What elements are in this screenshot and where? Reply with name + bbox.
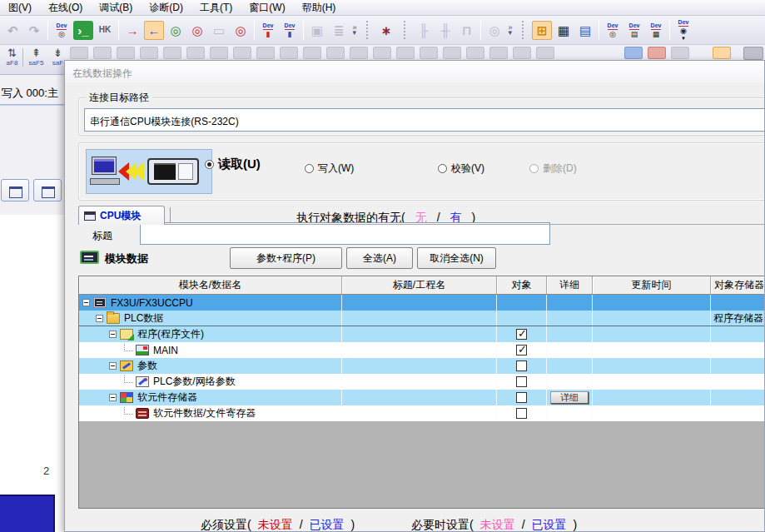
row-label: MAIN	[153, 345, 178, 356]
detail-button[interactable]: 详细	[550, 391, 589, 404]
table-row-program[interactable]: 程序(程序文件)	[79, 326, 765, 342]
partially-hidden-toolbar-icon	[350, 47, 368, 59]
tree-expander-icon[interactable]	[96, 315, 103, 322]
title-input[interactable]	[140, 222, 550, 245]
menu-debug[interactable]: 调试(B)	[91, 0, 141, 17]
column-header[interactable]: 模块名/数据名	[79, 276, 342, 294]
device-monitor-stop-icon[interactable]: Dev▮	[280, 21, 300, 40]
ladder-symbol-saf5-button[interactable]: ⇞saF5	[26, 47, 47, 72]
find-ladder-icon: ◎	[484, 21, 504, 40]
detail-cell	[547, 326, 593, 342]
tree-expander-icon[interactable]	[109, 394, 117, 401]
row-label: FX3U/FX3UCCPU	[111, 297, 193, 309]
device-entry-monitor-icon[interactable]: Dev▤	[624, 21, 644, 40]
title-project-cell	[342, 405, 497, 421]
select-all-button[interactable]: 全选(A)	[346, 247, 413, 269]
target-checkbox[interactable]	[516, 392, 527, 403]
device-monitor-start-icon[interactable]: Dev▮	[258, 21, 278, 40]
ladder-cursor[interactable]	[0, 495, 55, 532]
target-checkbox[interactable]	[516, 376, 527, 387]
cpu-module-icon	[84, 211, 96, 221]
radio-dot	[205, 160, 214, 169]
module-data-table[interactable]: 模块名/数据名标题/工程名对象详细更新时间对象存储器 FX3U/FX3UCCPU…	[78, 276, 765, 509]
write-radio[interactable]: 写入(W)	[305, 162, 354, 176]
device-block-monitor-icon[interactable]: Dev▦	[646, 21, 666, 40]
read-from-plc-icon[interactable]: ←	[144, 21, 164, 40]
storage-cell	[711, 358, 765, 374]
partially-hidden-toolbar-icon	[489, 47, 508, 59]
column-header[interactable]: 标题/工程名	[342, 276, 497, 294]
program-check-icon[interactable]: ∗	[376, 21, 396, 40]
menu-window[interactable]: 窗口(W)	[241, 0, 293, 17]
column-header[interactable]: 对象存储器	[711, 276, 765, 294]
target-cell	[497, 374, 547, 390]
target-checkbox[interactable]	[516, 329, 527, 340]
row-label: 软元件数据/文件寄存器	[153, 406, 256, 420]
table-row-device-data[interactable]: 软元件数据/文件寄存器	[79, 405, 765, 421]
devmem-icon	[120, 392, 133, 403]
column-header[interactable]: 更新时间	[593, 276, 711, 294]
toolbar-overflow2-icon[interactable]: »▾	[505, 25, 515, 35]
device-batch-monitor-icon[interactable]: Dev◎	[603, 21, 623, 40]
watch-window-icon[interactable]: ▤	[575, 21, 595, 40]
detail-cell	[547, 358, 593, 374]
title-project-cell	[342, 342, 497, 358]
minimized-window-2-button[interactable]	[33, 179, 62, 201]
toolbar-overflow-icon[interactable]: »▾	[350, 25, 360, 35]
storage-cell	[711, 342, 765, 358]
toolbar-grip[interactable]	[366, 21, 370, 39]
toolbar-grip[interactable]	[404, 21, 408, 39]
update-time-cell	[593, 295, 711, 311]
verify-with-plc-icon[interactable]: ◎	[166, 21, 186, 40]
intelligent-module-icon[interactable]: ▦	[554, 21, 574, 40]
ladder-editor-area[interactable]: 2	[0, 215, 64, 532]
ladder-symbol-af8-button[interactable]: ⇅aF8	[2, 47, 22, 72]
device-display-format-icon[interactable]: Dev◉▾	[673, 21, 693, 40]
menu-bar: 图(V)在线(O)调试(B)诊断(D)工具(T)窗口(W)帮助(H)	[0, 0, 765, 16]
storage-cell	[711, 374, 765, 390]
detail-cell	[547, 342, 593, 358]
column-header[interactable]: 对象	[497, 276, 547, 294]
menu-help[interactable]: 帮助(H)	[294, 0, 345, 17]
target-checkbox[interactable]	[516, 360, 527, 371]
table-row-plc-data[interactable]: PLC数据程序存储器	[79, 311, 765, 326]
device-comment-icon[interactable]: Dev◎	[52, 21, 72, 40]
table-row-device-memory[interactable]: 软元件存储器详细	[79, 390, 765, 405]
connection-path-field[interactable]: 串行通信CPU模块连接(RS-232C)	[84, 108, 765, 132]
table-row-main[interactable]: MAIN	[79, 342, 765, 358]
read-radio[interactable]: 读取(U)	[205, 157, 261, 172]
deselect-all-button[interactable]: 取消全选(N)	[417, 247, 496, 269]
diff-read-icon[interactable]: ◎	[187, 21, 207, 40]
partially-hidden-toolbar-icon	[513, 47, 531, 59]
minimized-window-1-button[interactable]	[1, 179, 29, 201]
tree-expander-icon[interactable]	[109, 331, 117, 338]
target-checkbox[interactable]	[516, 408, 527, 419]
table-row-plc-param[interactable]: PLC参数/网络参数	[79, 374, 765, 390]
column-header[interactable]: 详细	[547, 276, 593, 294]
param-program-button[interactable]: 参数+程序(P)	[230, 247, 342, 269]
device-test-icon[interactable]: ›_	[73, 21, 93, 40]
tree-expander-icon[interactable]	[82, 299, 90, 306]
tree-expander-icon[interactable]	[109, 362, 117, 370]
toolbar-divider	[0, 104, 64, 106]
project-structure-icon[interactable]: ⊞	[532, 21, 552, 40]
redo-icon: ↷	[24, 21, 44, 40]
menu-view[interactable]: 图(V)	[0, 0, 40, 17]
target-cell	[497, 390, 547, 405]
device-read-icon[interactable]: ◎	[231, 21, 251, 40]
detail-cell	[547, 311, 593, 326]
target-checkbox[interactable]	[516, 345, 527, 355]
table-row-fx3u-cpu[interactable]: FX3U/FX3UCCPU	[79, 295, 765, 311]
key-custom-icon[interactable]: HK	[95, 21, 115, 40]
toolbar-grip[interactable]	[522, 21, 526, 39]
menu-online[interactable]: 在线(O)	[40, 0, 91, 17]
table-row-param[interactable]: 参数	[79, 358, 765, 374]
write-to-plc-icon[interactable]: →	[122, 21, 142, 40]
partially-hidden-toolbar-icon	[648, 47, 666, 59]
tab-cpu-module[interactable]: CPU模块	[78, 206, 165, 225]
menu-diagnostics[interactable]: 诊断(D)	[141, 0, 191, 17]
menu-tools[interactable]: 工具(T)	[191, 0, 241, 17]
target-cell	[497, 342, 547, 358]
verify-radio[interactable]: 校验(V)	[438, 162, 484, 176]
row-label: 软元件存储器	[137, 390, 197, 405]
